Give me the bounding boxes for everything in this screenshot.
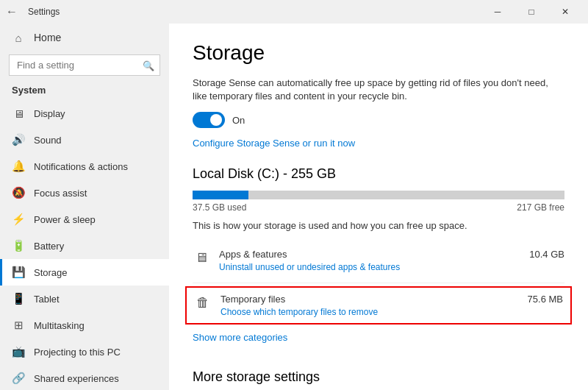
tablet-icon: 📱 [12, 292, 25, 305]
sidebar-item-label: Multitasking [34, 320, 85, 331]
apps-info: Apps & features 10.4 GB Uninstall unused… [219, 249, 564, 272]
sidebar-item-shared[interactable]: 🔗 Shared experiences [0, 365, 169, 390]
apps-icon: 🖥 [193, 249, 210, 266]
storage-bar [193, 191, 564, 199]
storage-sense-toggle-row: On [193, 112, 564, 128]
configure-link[interactable]: Configure Storage Sense or run it now [193, 138, 355, 149]
divider [193, 283, 564, 283]
sidebar-item-home[interactable]: ⌂ Home [0, 24, 169, 52]
sidebar-item-label: Display [34, 108, 65, 119]
sidebar-item-power[interactable]: ⚡ Power & sleep [0, 206, 169, 233]
temp-name: Temporary files [220, 294, 285, 305]
temp-name-row: Temporary files 75.6 MB [220, 294, 563, 305]
sidebar-item-projecting[interactable]: 📺 Projecting to this PC [0, 338, 169, 365]
show-more-link[interactable]: Show more categories [193, 332, 287, 343]
apps-name: Apps & features [219, 249, 287, 260]
sidebar-item-storage[interactable]: 💾 Storage [0, 259, 169, 286]
app-body: ⌂ Home 🔍 System 🖥 Display 🔊 Sound 🔔 Noti… [0, 24, 588, 390]
sidebar-item-label: Notifications & actions [34, 161, 128, 172]
sidebar-item-tablet[interactable]: 📱 Tablet [0, 286, 169, 312]
page-title: Storage [193, 41, 564, 65]
sidebar-item-focus[interactable]: 🔕 Focus assist [0, 180, 169, 206]
storage-sense-toggle[interactable] [193, 112, 225, 128]
sidebar-item-label: Tablet [34, 294, 60, 305]
sidebar-item-label: Projecting to this PC [34, 347, 121, 358]
sidebar-item-label: Shared experiences [34, 373, 119, 384]
apps-sub[interactable]: Uninstall unused or undesired apps & fea… [219, 262, 564, 272]
sidebar-item-multitasking[interactable]: ⊞ Multitasking [0, 312, 169, 338]
temp-info: Temporary files 75.6 MB Choose which tem… [220, 294, 563, 317]
search-box: 🔍 [9, 54, 160, 76]
back-button[interactable]: ← [6, 5, 18, 18]
sidebar-item-display[interactable]: 🖥 Display [0, 100, 169, 127]
sidebar-item-battery[interactable]: 🔋 Battery [0, 233, 169, 259]
display-icon: 🖥 [12, 107, 25, 120]
home-icon: ⌂ [12, 31, 25, 44]
titlebar-left: ← Settings [6, 5, 60, 18]
storage-item-temp[interactable]: 🗑 Temporary files 75.6 MB Choose which t… [185, 286, 572, 325]
focus-icon: 🔕 [12, 186, 25, 199]
toggle-label: On [232, 115, 245, 126]
sidebar-item-label: Battery [34, 241, 64, 252]
storage-icon: 💾 [12, 266, 25, 279]
apps-name-row: Apps & features 10.4 GB [219, 249, 564, 260]
battery-icon: 🔋 [12, 239, 25, 252]
titlebar: ← Settings ─ □ ✕ [0, 0, 588, 24]
shared-icon: 🔗 [12, 372, 25, 385]
sidebar-item-notifications[interactable]: 🔔 Notifications & actions [0, 153, 169, 180]
titlebar-title: Settings [28, 7, 60, 17]
sidebar-item-label: Storage [34, 267, 68, 278]
multitasking-icon: ⊞ [12, 319, 25, 332]
temp-size: 75.6 MB [528, 294, 563, 305]
main-content: Storage Storage Sense can automatically … [169, 24, 588, 390]
storage-item-apps[interactable]: 🖥 Apps & features 10.4 GB Uninstall unus… [193, 241, 564, 280]
storage-bar-used [193, 191, 248, 199]
search-input[interactable] [9, 54, 160, 76]
sidebar-item-label: Sound [34, 135, 62, 146]
sidebar-item-label: Power & sleep [34, 214, 96, 225]
sidebar-item-sound[interactable]: 🔊 Sound [0, 127, 169, 153]
storage-info-text: This is how your storage is used and how… [193, 220, 564, 231]
power-icon: ⚡ [12, 213, 25, 226]
sidebar: ⌂ Home 🔍 System 🖥 Display 🔊 Sound 🔔 Noti… [0, 24, 169, 390]
temp-sub[interactable]: Choose which temporary files to remove [220, 307, 563, 317]
notifications-icon: 🔔 [12, 160, 25, 173]
temp-icon: 🗑 [194, 294, 212, 311]
used-label: 37.5 GB used [193, 202, 246, 213]
home-label: Home [34, 32, 61, 43]
sidebar-item-label: Focus assist [34, 188, 87, 199]
free-label: 217 GB free [517, 202, 564, 213]
minimize-button[interactable]: ─ [481, 0, 514, 24]
local-disk-heading: Local Disk (C:) - 255 GB [193, 166, 564, 182]
close-button[interactable]: ✕ [548, 0, 582, 24]
projecting-icon: 📺 [12, 345, 25, 358]
more-settings-heading: More storage settings [193, 369, 564, 385]
titlebar-controls: ─ □ ✕ [481, 0, 582, 24]
description-text: Storage Sense can automatically free up … [193, 77, 564, 103]
sidebar-section-label: System [0, 82, 169, 100]
search-icon: 🔍 [143, 60, 154, 71]
storage-bar-free [248, 191, 564, 199]
sound-icon: 🔊 [12, 133, 25, 146]
maximize-button[interactable]: □ [514, 0, 548, 24]
storage-bar-labels: 37.5 GB used 217 GB free [193, 202, 564, 213]
apps-size: 10.4 GB [529, 249, 564, 260]
